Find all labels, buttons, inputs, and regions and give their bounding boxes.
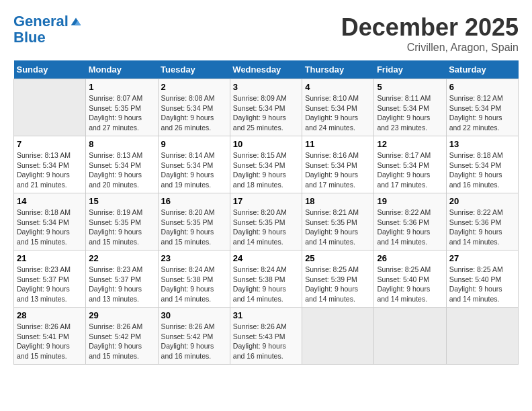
daylight-text: Daylight: 9 hours and 13 minutes.	[17, 284, 83, 304]
day-number: 8	[89, 139, 154, 149]
daylight-text: Daylight: 9 hours and 27 minutes.	[89, 113, 154, 132]
day-info: Sunrise: 8:26 AMSunset: 5:43 PMDaylight:…	[233, 322, 299, 361]
sunrise-text: Sunrise: 8:21 AM	[305, 208, 371, 218]
daylight-text: Daylight: 9 hours and 14 minutes.	[305, 227, 371, 246]
month-title: December 2025	[341, 13, 519, 42]
title-block: December 2025 Crivillen, Aragon, Spain	[341, 13, 519, 54]
calendar-week-row: 21Sunrise: 8:23 AMSunset: 5:37 PMDayligh…	[14, 250, 519, 308]
calendar-cell: 18Sunrise: 8:21 AMSunset: 5:35 PMDayligh…	[302, 193, 374, 250]
sunset-text: Sunset: 5:36 PM	[377, 218, 443, 228]
calendar-cell: 19Sunrise: 8:22 AMSunset: 5:36 PMDayligh…	[374, 193, 446, 250]
calendar-cell: 1Sunrise: 8:07 AMSunset: 5:35 PMDaylight…	[86, 79, 158, 136]
day-number: 28	[17, 310, 83, 320]
sunrise-text: Sunrise: 8:09 AM	[233, 93, 299, 103]
sunrise-text: Sunrise: 8:26 AM	[89, 322, 154, 332]
day-info: Sunrise: 8:15 AMSunset: 5:34 PMDaylight:…	[233, 150, 299, 190]
calendar-cell: 27Sunrise: 8:25 AMSunset: 5:40 PMDayligh…	[446, 250, 518, 308]
sunrise-text: Sunrise: 8:18 AM	[17, 208, 83, 218]
sunset-text: Sunset: 5:34 PM	[17, 161, 83, 171]
calendar-cell: 6Sunrise: 8:12 AMSunset: 5:34 PMDaylight…	[446, 79, 518, 136]
day-info: Sunrise: 8:22 AMSunset: 5:36 PMDaylight:…	[377, 208, 443, 247]
sunset-text: Sunset: 5:34 PM	[305, 103, 371, 113]
daylight-text: Daylight: 9 hours and 14 minutes.	[449, 284, 515, 304]
sunset-text: Sunset: 5:34 PM	[161, 103, 227, 113]
day-info: Sunrise: 8:24 AMSunset: 5:38 PMDaylight:…	[161, 265, 227, 304]
daylight-text: Daylight: 9 hours and 14 minutes.	[377, 227, 443, 246]
day-info: Sunrise: 8:12 AMSunset: 5:34 PMDaylight:…	[449, 93, 515, 133]
day-number: 23	[161, 253, 227, 263]
daylight-text: Daylight: 9 hours and 21 minutes.	[17, 170, 83, 189]
daylight-text: Daylight: 9 hours and 15 minutes.	[161, 227, 227, 246]
day-number: 30	[161, 310, 227, 320]
sunset-text: Sunset: 5:34 PM	[449, 161, 515, 171]
sunset-text: Sunset: 5:34 PM	[233, 103, 299, 113]
daylight-text: Daylight: 9 hours and 26 minutes.	[161, 113, 227, 132]
calendar-cell: 15Sunrise: 8:19 AMSunset: 5:35 PMDayligh…	[86, 193, 158, 250]
sunset-text: Sunset: 5:34 PM	[449, 103, 515, 113]
calendar-cell: 12Sunrise: 8:17 AMSunset: 5:34 PMDayligh…	[374, 136, 446, 193]
day-info: Sunrise: 8:22 AMSunset: 5:36 PMDaylight:…	[449, 208, 515, 247]
daylight-text: Daylight: 9 hours and 15 minutes.	[17, 227, 83, 246]
calendar-cell	[14, 79, 86, 136]
calendar-cell	[446, 308, 518, 365]
sunrise-text: Sunrise: 8:26 AM	[17, 322, 83, 332]
sunrise-text: Sunrise: 8:08 AM	[161, 93, 227, 103]
sunrise-text: Sunrise: 8:10 AM	[305, 93, 371, 103]
logo-text-line1: General	[13, 13, 69, 30]
day-info: Sunrise: 8:09 AMSunset: 5:34 PMDaylight:…	[233, 93, 299, 133]
day-info: Sunrise: 8:19 AMSunset: 5:35 PMDaylight:…	[89, 208, 154, 247]
calendar-cell: 28Sunrise: 8:26 AMSunset: 5:41 PMDayligh…	[14, 308, 86, 365]
sunrise-text: Sunrise: 8:25 AM	[449, 265, 515, 275]
daylight-text: Daylight: 9 hours and 16 minutes.	[161, 341, 227, 361]
daylight-text: Daylight: 9 hours and 16 minutes.	[233, 341, 299, 361]
calendar-week-row: 7Sunrise: 8:13 AMSunset: 5:34 PMDaylight…	[14, 136, 519, 193]
calendar-cell: 30Sunrise: 8:26 AMSunset: 5:42 PMDayligh…	[158, 308, 230, 365]
sunset-text: Sunset: 5:34 PM	[89, 161, 154, 171]
day-info: Sunrise: 8:26 AMSunset: 5:42 PMDaylight:…	[161, 322, 227, 361]
day-number: 29	[89, 310, 154, 320]
day-number: 4	[305, 82, 371, 92]
sunset-text: Sunset: 5:34 PM	[161, 161, 227, 171]
sunrise-text: Sunrise: 8:26 AM	[161, 322, 227, 332]
daylight-text: Daylight: 9 hours and 14 minutes.	[377, 284, 443, 304]
day-number: 22	[89, 253, 154, 263]
calendar-cell: 24Sunrise: 8:24 AMSunset: 5:38 PMDayligh…	[230, 250, 302, 308]
calendar-cell: 16Sunrise: 8:20 AMSunset: 5:35 PMDayligh…	[158, 193, 230, 250]
sunset-text: Sunset: 5:38 PM	[161, 275, 227, 285]
sunset-text: Sunset: 5:40 PM	[377, 275, 443, 285]
calendar-cell: 22Sunrise: 8:23 AMSunset: 5:37 PMDayligh…	[86, 250, 158, 308]
calendar-cell: 23Sunrise: 8:24 AMSunset: 5:38 PMDayligh…	[158, 250, 230, 308]
header-tuesday: Tuesday	[158, 60, 230, 79]
sunset-text: Sunset: 5:34 PM	[377, 103, 443, 113]
sunset-text: Sunset: 5:36 PM	[449, 218, 515, 228]
header-thursday: Thursday	[302, 60, 374, 79]
daylight-text: Daylight: 9 hours and 14 minutes.	[449, 227, 515, 246]
day-number: 12	[377, 139, 443, 149]
calendar-cell: 9Sunrise: 8:14 AMSunset: 5:34 PMDaylight…	[158, 136, 230, 193]
day-number: 9	[161, 139, 227, 149]
day-info: Sunrise: 8:14 AMSunset: 5:34 PMDaylight:…	[161, 150, 227, 190]
daylight-text: Daylight: 9 hours and 23 minutes.	[377, 113, 443, 132]
calendar-cell: 14Sunrise: 8:18 AMSunset: 5:34 PMDayligh…	[14, 193, 86, 250]
sunset-text: Sunset: 5:35 PM	[89, 218, 154, 228]
day-number: 24	[233, 253, 299, 263]
day-number: 3	[233, 82, 299, 92]
sunset-text: Sunset: 5:40 PM	[449, 275, 515, 285]
sunset-text: Sunset: 5:37 PM	[17, 275, 83, 285]
header-monday: Monday	[86, 60, 158, 79]
sunrise-text: Sunrise: 8:25 AM	[377, 265, 443, 275]
calendar-cell: 10Sunrise: 8:15 AMSunset: 5:34 PMDayligh…	[230, 136, 302, 193]
daylight-text: Daylight: 9 hours and 17 minutes.	[377, 170, 443, 189]
day-number: 27	[449, 253, 515, 263]
calendar-week-row: 28Sunrise: 8:26 AMSunset: 5:41 PMDayligh…	[14, 308, 519, 365]
calendar-header-row: SundayMondayTuesdayWednesdayThursdayFrid…	[14, 60, 519, 79]
day-info: Sunrise: 8:20 AMSunset: 5:35 PMDaylight:…	[233, 208, 299, 247]
sunrise-text: Sunrise: 8:13 AM	[89, 150, 154, 161]
day-info: Sunrise: 8:25 AMSunset: 5:39 PMDaylight:…	[305, 265, 371, 304]
sunrise-text: Sunrise: 8:23 AM	[17, 265, 83, 275]
day-number: 26	[377, 253, 443, 263]
sunrise-text: Sunrise: 8:24 AM	[161, 265, 227, 275]
day-number: 15	[89, 196, 154, 206]
daylight-text: Daylight: 9 hours and 13 minutes.	[89, 284, 154, 304]
day-info: Sunrise: 8:24 AMSunset: 5:38 PMDaylight:…	[233, 265, 299, 304]
